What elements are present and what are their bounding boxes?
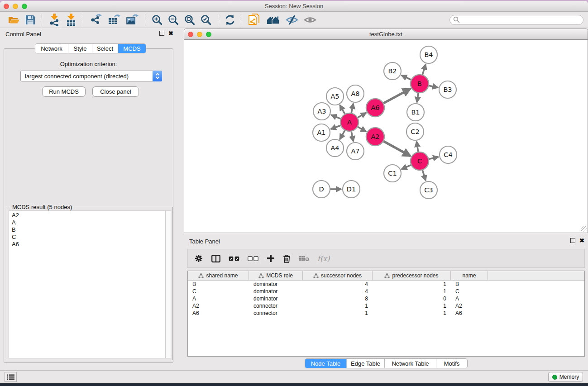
graph-edge-A-A4[interactable] [340,130,345,139]
zoom-selected-button[interactable] [198,13,214,27]
run-mcds-button[interactable]: Run MCDS [42,86,86,97]
export-image-button[interactable] [123,13,141,27]
network-canvas[interactable]: B4B2BB3A5A8A6A3AB1A1A2C2A4A7C4C1CDD1C3 [184,40,588,233]
create-column-button[interactable] [267,252,275,265]
graph-node-A3[interactable]: A3 [313,103,330,120]
new-network-from-selection-button[interactable] [246,13,263,27]
function-builder-button[interactable]: f(x) [317,254,330,263]
table-cell[interactable]: 0 [373,295,451,302]
export-table-button[interactable] [105,13,123,27]
tab-node-table[interactable]: Node Table [305,359,347,368]
zoom-fit-button[interactable] [182,13,198,27]
graph-edge-B-B4[interactable] [422,64,425,75]
graph-edge-C-C3[interactable] [422,170,425,181]
graph-node-D1[interactable]: D1 [343,181,360,198]
graph-node-A1[interactable]: A1 [313,124,330,141]
graph-node-A2[interactable]: A2 [366,128,384,146]
open-session-button[interactable] [5,13,23,27]
table-cell[interactable]: B [451,281,488,288]
table-row[interactable]: A2connector11A2 [188,302,584,310]
graph-node-B[interactable]: B [411,75,429,93]
delete-column-button[interactable] [283,252,291,265]
export-network-button[interactable] [87,13,105,27]
delete-table-button[interactable] [299,252,309,265]
graph-edge-A6-B[interactable] [383,89,410,103]
tab-network-table[interactable]: Network Table [385,359,436,368]
tab-mcds[interactable]: MCDS [118,44,146,53]
result-list-item[interactable]: C [12,234,162,241]
table-cell[interactable]: dominator [249,281,303,288]
table-row[interactable]: Cdominator41C [188,288,584,295]
table-cell[interactable]: A2 [451,302,488,310]
panel-menu-button[interactable] [5,372,17,382]
column-header-MCDS-role[interactable]: MCDS role [249,271,303,280]
graph-node-A6[interactable]: A6 [366,99,384,117]
table-cell[interactable]: 1 [373,310,451,317]
result-list-item[interactable]: B [12,226,162,234]
zoom-in-button[interactable] [149,13,165,27]
table-cell[interactable]: A [451,295,488,302]
float-table-panel-icon[interactable] [570,238,575,243]
memory-button[interactable]: Memory [548,372,583,382]
close-panel-icon[interactable]: ✖ [168,31,173,36]
table-cell[interactable]: 1 [373,281,451,288]
graph-node-A5[interactable]: A5 [326,88,344,105]
search-box[interactable] [449,15,583,25]
graph-edge-A-A8[interactable] [351,104,353,113]
graph-node-A4[interactable]: A4 [326,139,344,157]
table-cell[interactable]: 1 [303,302,373,310]
graph-node-B1[interactable]: B1 [407,104,424,121]
graph-edge-C-C4[interactable] [429,157,438,159]
network-window-title-bar[interactable]: testGlobe.txt [184,29,588,40]
graph-node-C4[interactable]: C4 [440,146,457,163]
resize-grip[interactable] [581,226,587,232]
graph-edge-A-A2[interactable] [358,127,366,131]
import-table-button[interactable] [63,13,79,27]
table-cell[interactable]: connector [249,310,303,317]
result-list-item[interactable]: A6 [12,241,162,248]
select-all-columns-button[interactable] [229,252,239,265]
tab-edge-table[interactable]: Edge Table [347,359,385,368]
graph-edge-A-A7[interactable] [351,132,353,142]
graph-edge-A-A1[interactable] [331,125,341,129]
deselect-all-columns-button[interactable] [248,252,258,265]
hide-graphics-details-button[interactable] [283,13,301,27]
graph-edge-B-B1[interactable] [417,93,418,102]
search-input[interactable] [460,16,583,24]
tab-select[interactable]: Select [92,44,118,53]
table-row[interactable]: Adominator80A [188,295,584,302]
show-graphics-details-button[interactable] [301,13,319,27]
table-cell[interactable]: dominator [249,288,303,295]
table-cell[interactable]: A [188,295,249,302]
close-table-panel-icon[interactable]: ✖ [579,238,584,243]
graph-edge-A2-C[interactable] [383,141,410,156]
graph-node-C1[interactable]: C1 [384,165,401,182]
mcds-result-list[interactable]: A2ABCA6 [9,210,165,358]
table-cell[interactable]: A6 [188,310,249,317]
table-cell[interactable]: C [451,288,488,295]
table-cell[interactable]: 4 [303,281,373,288]
graph-node-C3[interactable]: C3 [420,181,437,199]
graph-edge-A-A6[interactable] [358,113,366,117]
table-settings-button[interactable] [194,252,203,265]
float-panel-icon[interactable] [159,31,164,36]
show-column-panel-button[interactable] [211,252,220,265]
table-cell[interactable]: 8 [303,295,373,302]
table-cell[interactable]: 1 [373,288,451,295]
graph-edge-C-C1[interactable] [402,165,411,169]
graph-node-C2[interactable]: C2 [406,123,424,140]
refresh-network-button[interactable] [222,13,238,27]
column-header-name[interactable]: name [451,271,488,280]
optimization-criterion-select[interactable]: largest connected component (directed) [20,71,162,81]
zoom-out-button[interactable] [165,13,182,27]
graph-edge-C-C2[interactable] [416,142,418,152]
import-network-button[interactable] [46,13,63,27]
table-cell[interactable]: B [188,281,249,288]
table-row[interactable]: Bdominator41B [188,281,584,288]
tab-network[interactable]: Network [35,44,68,53]
graph-node-A8[interactable]: A8 [347,85,364,102]
graph-edge-B-B3[interactable] [429,86,438,87]
column-header-successor-nodes[interactable]: successor nodes [303,271,373,280]
tab-motifs[interactable]: Motifs [436,359,467,368]
save-session-button[interactable] [23,13,38,27]
